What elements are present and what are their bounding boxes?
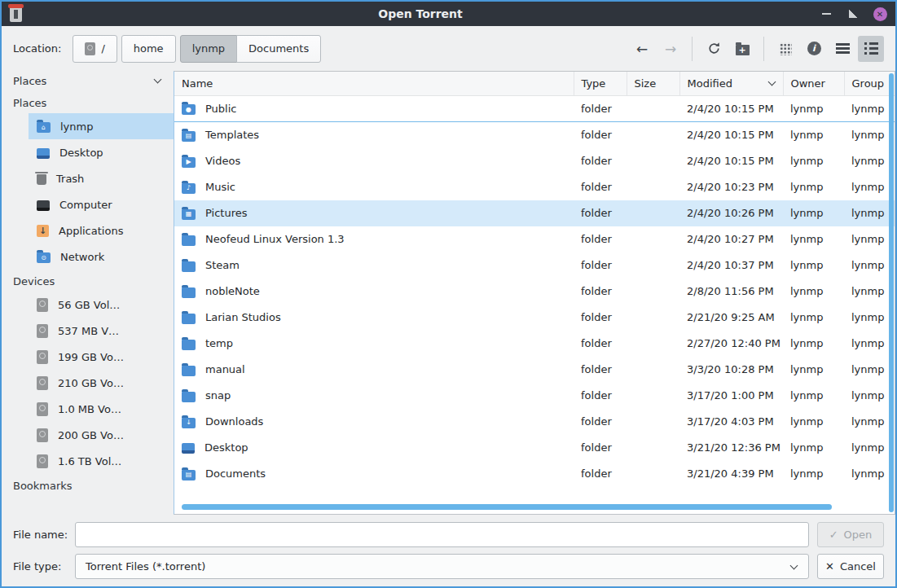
file-name-cell: temp: [174, 331, 574, 357]
file-table: Name Type Size Modified Owner Group ●Pub…: [174, 72, 895, 487]
file-modified-cell: 2/4/20 10:37 PM: [679, 252, 783, 279]
forward-icon: →: [665, 41, 676, 57]
file-owner-cell: lynmp: [783, 200, 844, 226]
sidebar-item-network[interactable]: ⊙Network: [29, 244, 174, 270]
table-row[interactable]: Larian Studiosfolder2/21/20 9:25 AMlynmp…: [174, 305, 895, 331]
maximize-button[interactable]: [846, 7, 860, 21]
file-type-cell: folder: [574, 383, 627, 409]
sidebar-item-applications[interactable]: ↓Applications: [29, 217, 174, 244]
back-icon: ←: [636, 41, 648, 57]
computer-icon: [37, 200, 50, 211]
file-group-cell: lynmp: [844, 279, 895, 305]
table-row[interactable]: Steamfolder2/4/20 10:37 PMlynmplynmp: [174, 252, 895, 279]
table-row[interactable]: ▤Documentsfolder3/21/20 4:39 PMlynmplynm…: [174, 461, 895, 487]
file-name-row: File name: ✓ Open: [13, 522, 884, 547]
sidebar-item-200-gb-vo-[interactable]: 200 GB Vo…: [29, 422, 174, 448]
file-owner-cell: lynmp: [783, 409, 844, 435]
chevron-down-icon: [790, 562, 798, 570]
file-name-text: Music: [205, 181, 235, 193]
file-name-cell: snap: [174, 383, 574, 409]
list-view-button[interactable]: [858, 36, 884, 62]
minimize-icon: [822, 13, 831, 15]
column-header-owner[interactable]: Owner: [783, 72, 844, 95]
column-header-type[interactable]: Type: [574, 72, 627, 95]
table-row[interactable]: Neofeud Linux Version 1.3folder2/4/20 10…: [174, 226, 895, 252]
grid-view-icon: [779, 42, 792, 55]
cancel-button[interactable]: ✕ Cancel: [817, 554, 884, 579]
table-row[interactable]: ▶Videosfolder2/4/20 10:15 PMlynmplynmp: [174, 148, 895, 174]
file-size-cell: [627, 200, 679, 226]
back-button[interactable]: ←: [629, 36, 655, 62]
sidebar-item-label: 200 GB Vo…: [58, 429, 124, 441]
sidebar-item-1-0-mb-vo-[interactable]: 1.0 MB Vo…: [29, 396, 174, 422]
folder-icon: [182, 287, 196, 298]
file-group-cell: lynmp: [844, 305, 895, 331]
horizontal-scrollbar[interactable]: [182, 504, 832, 510]
menu-button[interactable]: [829, 36, 855, 62]
table-row[interactable]: Desktopfolder3/21/20 12:36 PMlynmplynmp: [174, 435, 895, 461]
sidebar-item-lynmp[interactable]: ⌂lynmp: [29, 113, 174, 139]
sidebar-item-56-gb-vol-[interactable]: 56 GB Vol…: [29, 292, 174, 318]
column-header-name[interactable]: Name: [174, 72, 574, 95]
file-type-cell: folder: [574, 305, 627, 331]
file-group-cell: lynmp: [844, 174, 895, 200]
file-name-input[interactable]: [75, 522, 809, 547]
table-row[interactable]: manualfolder3/3/20 10:28 PMlynmplynmp: [174, 357, 895, 383]
file-modified-cell: 3/3/20 10:28 PM: [679, 357, 783, 383]
breadcrumb-root[interactable]: /: [73, 35, 117, 63]
toolbar-separator: [692, 37, 693, 61]
sidebar-sections: Places⌂lynmpDesktopTrashComputer↓Applica…: [2, 91, 174, 496]
file-owner-cell: lynmp: [783, 252, 844, 279]
sidebar-item-210-gb-vo-[interactable]: 210 GB Vo…: [29, 370, 174, 396]
minimize-button[interactable]: [819, 7, 833, 21]
folder-user-icon: ●: [182, 104, 196, 115]
icon-view-button[interactable]: [772, 36, 798, 62]
sidebar-item-label: Desktop: [59, 147, 103, 159]
sidebar-item-trash[interactable]: Trash: [29, 165, 174, 191]
breadcrumb-lynmp[interactable]: lynmp: [180, 35, 237, 63]
file-name-cell: ▶Videos: [174, 148, 574, 174]
close-button[interactable]: ✕: [873, 7, 887, 21]
breadcrumb-documents[interactable]: Documents: [236, 35, 321, 63]
sidebar-item-computer[interactable]: Computer: [29, 191, 174, 217]
column-header-size[interactable]: Size: [627, 72, 679, 95]
new-folder-button[interactable]: [729, 36, 755, 62]
list-view-icon: [864, 42, 878, 55]
file-type-select[interactable]: Torrent Files (*.torrent): [75, 554, 809, 579]
file-owner-cell: lynmp: [783, 279, 844, 305]
vertical-scrollbar[interactable]: [889, 73, 894, 512]
folder-icon: [182, 366, 196, 376]
drive-icon: [85, 42, 95, 55]
table-row[interactable]: snapfolder3/17/20 1:00 PMlynmplynmp: [174, 383, 895, 409]
column-header-modified[interactable]: Modified: [679, 72, 783, 95]
places-filter-dropdown[interactable]: Places: [2, 70, 174, 91]
trash-icon: [37, 174, 46, 185]
folder-doc-icon: ▤: [182, 131, 196, 142]
table-row[interactable]: ▤Templatesfolder2/4/20 10:15 PMlynmplynm…: [174, 122, 895, 148]
sidebar-item-1-6-tb-vol-[interactable]: 1.6 TB Vol…: [29, 448, 174, 474]
sidebar-item-desktop[interactable]: Desktop: [29, 139, 174, 165]
file-type-cell: folder: [574, 279, 627, 305]
table-row[interactable]: nobleNotefolder2/8/20 11:56 PMlynmplynmp: [174, 279, 895, 305]
forward-button[interactable]: →: [657, 36, 684, 62]
details-button[interactable]: i: [801, 36, 827, 62]
table-row[interactable]: tempfolder2/27/20 12:40 PMlynmplynmp: [174, 331, 895, 357]
sidebar-item-199-gb-vo-[interactable]: 199 GB Vo…: [29, 344, 174, 370]
folder-network-icon: ⊙: [37, 252, 51, 263]
table-row[interactable]: ●Publicfolder2/4/20 10:15 PMlynmplynmp: [174, 95, 895, 122]
sidebar-item-537-mb-v-[interactable]: 537 MB V…: [29, 318, 174, 344]
reload-button[interactable]: [701, 36, 727, 62]
table-row[interactable]: ♪Musicfolder2/4/20 10:23 PMlynmplynmp: [174, 174, 895, 200]
table-row[interactable]: ▦Picturesfolder2/4/20 10:26 PMlynmplynmp: [174, 200, 895, 226]
file-name-text: Public: [205, 103, 236, 115]
sidebar-item-label: Computer: [59, 199, 112, 211]
column-header-group[interactable]: Group: [844, 72, 895, 95]
file-type-cell: folder: [574, 226, 627, 252]
table-row[interactable]: ↓Downloadsfolder3/17/20 4:03 PMlynmplynm…: [174, 409, 895, 435]
file-size-cell: [627, 95, 679, 122]
info-icon: i: [807, 42, 821, 55]
breadcrumb-home[interactable]: home: [121, 35, 176, 63]
file-size-cell: [627, 357, 679, 383]
open-button[interactable]: ✓ Open: [817, 522, 884, 547]
file-size-cell: [627, 435, 679, 461]
